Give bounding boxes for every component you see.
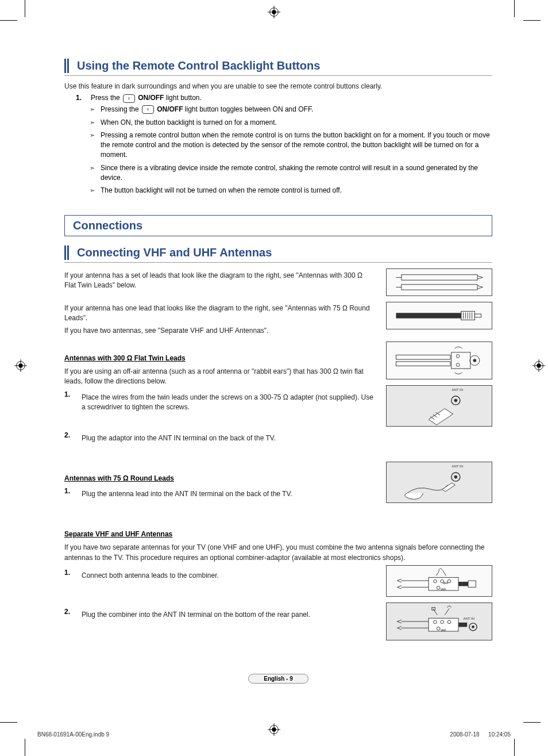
diagram-round-lead xyxy=(386,302,492,329)
note-item: ➣The button backlight will not be turned… xyxy=(90,186,492,195)
step-item: 1.Place the wires from the twin leads un… xyxy=(64,390,376,415)
note-item: ➣ Pressing the ♀ ON/OFF light button tog… xyxy=(90,105,492,114)
svg-rect-8 xyxy=(401,275,477,280)
section-title: Using the Remote Control Backlight Butto… xyxy=(77,57,320,75)
svg-rect-13 xyxy=(396,355,450,360)
diagram-antin-round: ANT IN xyxy=(386,462,492,503)
footer: BN68-01691A-00Eng.indb 9 2008-07-18 10:2… xyxy=(37,731,511,738)
arrow-icon: ➣ xyxy=(90,164,95,183)
svg-point-17 xyxy=(456,363,460,367)
svg-point-23 xyxy=(454,475,457,479)
light-icon: ♀ xyxy=(123,94,135,103)
svg-rect-14 xyxy=(396,362,450,366)
diagram-twin-lead xyxy=(386,268,492,296)
section-title: Connecting VHF and UHF Antennas xyxy=(77,244,272,262)
step-item: 2.Plug the adaptor into the ANT IN termi… xyxy=(64,431,376,446)
step-list: 1.Connect both antenna leads to the comb… xyxy=(64,569,376,622)
step-item: 2.Plug the combiner into the ANT IN term… xyxy=(64,608,376,622)
ant-in-label: ANT IN xyxy=(463,617,474,620)
paragraph: If you have two separate antennas for yo… xyxy=(64,543,492,563)
subheading: Antennas with 75 Ω Round Leads xyxy=(64,474,376,482)
diagram-antin-adapter: ANT IN xyxy=(386,385,492,427)
step-list: 1. Press the ♀ ON/OFF light button. xyxy=(64,94,492,102)
svg-rect-15 xyxy=(451,352,470,369)
paragraph: If your antenna has one lead that looks … xyxy=(64,304,376,324)
svg-rect-10 xyxy=(396,313,461,318)
svg-point-41 xyxy=(472,625,474,628)
subheading: Separate VHF and UHF Antennas xyxy=(64,530,492,538)
page-content: Using the Remote Control Backlight Butto… xyxy=(0,0,548,718)
svg-rect-9 xyxy=(401,285,477,290)
chapter-heading-connections: Connections xyxy=(64,215,492,236)
diagram-adapter xyxy=(386,341,492,379)
svg-rect-12 xyxy=(474,314,481,317)
step-number: 1. xyxy=(76,94,84,102)
arrow-icon: ➣ xyxy=(90,106,95,114)
intro-text: Use this feature in dark surroundings an… xyxy=(64,82,492,91)
paragraph: If you have two antennas, see "Separate … xyxy=(64,326,376,336)
step-list: 1.Place the wires from the twin leads un… xyxy=(64,390,376,446)
subheading: Antennas with 300 Ω Flat Twin Leads xyxy=(64,354,376,362)
diagram-combiner-antin: ANT IN VHF xyxy=(386,603,492,640)
svg-rect-39 xyxy=(458,623,467,627)
note-list: ➣ Pressing the ♀ ON/OFF light button tog… xyxy=(64,105,492,195)
paragraph: If you are using an off-air antenna (suc… xyxy=(64,367,376,387)
note-item: ➣When ON, the button backlight is turned… xyxy=(90,118,492,128)
step-item: 1.Connect both antenna leads to the comb… xyxy=(64,569,376,583)
svg-text:VHF: VHF xyxy=(440,629,446,632)
arrow-icon: ➣ xyxy=(90,132,95,159)
arrow-icon: ➣ xyxy=(90,187,95,195)
step-item: 1.Plug the antenna lead into the ANT IN … xyxy=(64,487,376,501)
page-number: English - 9 xyxy=(248,674,308,684)
svg-text:VHF: VHF xyxy=(440,588,446,591)
svg-point-21 xyxy=(454,399,457,402)
ant-in-label: ANT IN xyxy=(451,388,463,392)
light-icon: ♀ xyxy=(142,105,154,114)
svg-rect-30 xyxy=(468,581,476,587)
arrow-icon: ➣ xyxy=(90,119,95,128)
note-item: ➣Since there is a vibrating device insid… xyxy=(90,163,492,183)
svg-rect-29 xyxy=(458,582,468,586)
paragraph: If your antenna has a set of leads that … xyxy=(64,271,376,291)
svg-point-16 xyxy=(456,355,460,358)
ant-in-label: ANT IN xyxy=(451,465,463,468)
footer-timestamp: 2008-07-18 10:24:05 xyxy=(450,731,511,738)
footer-filename: BN68-01691A-00Eng.indb 9 xyxy=(37,731,109,738)
page-number-wrap: English - 9 xyxy=(64,674,492,684)
step-text: Press the ♀ ON/OFF light button. xyxy=(91,94,492,102)
chapter-title: Connections xyxy=(73,219,484,232)
svg-point-19 xyxy=(473,359,476,362)
note-item: ➣Pressing a remote control button when t… xyxy=(90,131,492,159)
diagram-combiner: UHF VHF xyxy=(386,565,492,597)
section-heading-antennas: Connecting VHF and UHF Antennas xyxy=(64,244,492,263)
step-list: 1.Plug the antenna lead into the ANT IN … xyxy=(64,487,376,501)
section-heading-backlight: Using the Remote Control Backlight Butto… xyxy=(64,57,492,76)
svg-text:UHF: UHF xyxy=(442,581,448,584)
step-item: 1. Press the ♀ ON/OFF light button. xyxy=(76,94,492,102)
